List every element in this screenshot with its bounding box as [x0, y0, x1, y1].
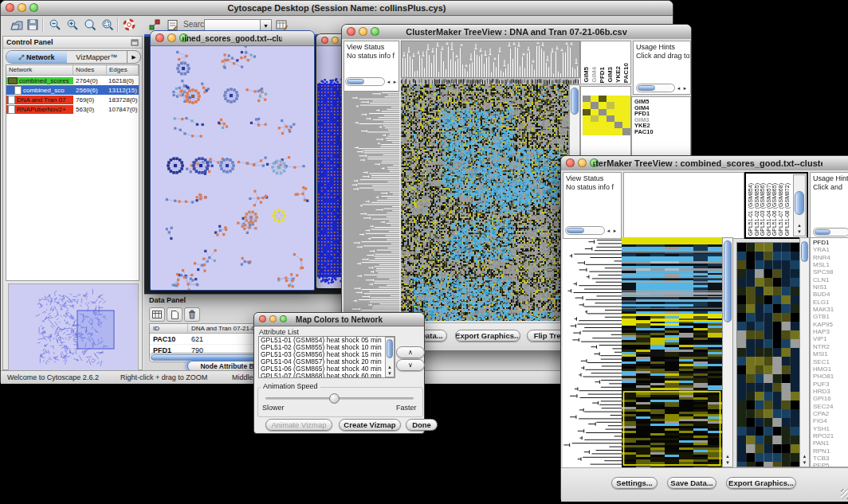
gene-label[interactable]: PUF3	[813, 381, 848, 388]
scroll-right-icon[interactable]: ▸	[682, 84, 688, 92]
float-panel-icon[interactable]	[131, 39, 139, 46]
gene-label[interactable]: RPO21	[813, 432, 848, 440]
move-up-button[interactable]: ∧	[396, 346, 425, 358]
done-button[interactable]: Done	[406, 419, 438, 431]
gene-label[interactable]: RPN1	[813, 447, 848, 455]
scroll-up-icon[interactable]: ▲	[723, 454, 732, 459]
gene-label[interactable]: PHO81	[813, 373, 848, 380]
close-icon[interactable]	[259, 315, 266, 322]
network-view-canvas[interactable]	[151, 46, 313, 290]
window-controls[interactable]	[259, 315, 287, 322]
col-network[interactable]: Network	[6, 65, 73, 75]
minimize-icon[interactable]	[332, 37, 339, 44]
help-button[interactable]	[121, 18, 137, 32]
attribute-list-vscrollbar[interactable]: ▲ ▼	[385, 337, 395, 377]
col-edges[interactable]: Edges	[107, 65, 139, 75]
gene-label[interactable]: SEC24	[813, 403, 848, 410]
scrollbar-thumb[interactable]	[387, 339, 393, 358]
zoom-fit-button[interactable]	[82, 18, 98, 32]
heatmap-vscrollbar[interactable]: ▲ ▼	[722, 237, 733, 467]
delete-attribute-button[interactable]	[184, 307, 200, 322]
gene-label[interactable]: GTB1	[813, 313, 848, 320]
tab-network[interactable]: Network	[6, 51, 67, 63]
gene-label[interactable]: PFD1	[813, 239, 848, 246]
column-dendrogram-canvas[interactable]	[401, 41, 580, 78]
scrollbar-thumb[interactable]	[347, 79, 364, 84]
new-attribute-button[interactable]	[167, 307, 183, 322]
scroll-down-icon[interactable]: ▼	[723, 460, 732, 466]
scroll-up-icon[interactable]: ▲	[794, 223, 805, 229]
col-nodes[interactable]: Nodes	[73, 65, 107, 75]
gene-dendrogram-canvas[interactable]	[563, 239, 622, 467]
gene-label[interactable]: NTR2	[813, 343, 848, 350]
scrollbar-thumb[interactable]	[638, 85, 655, 91]
minimize-icon[interactable]	[167, 33, 176, 42]
network-row[interactable]: combined_scores2764(0)16218(0)	[6, 76, 139, 85]
scroll-left-icon[interactable]: ◂	[606, 226, 611, 235]
scroll-down-icon[interactable]: ▼	[800, 460, 809, 466]
column-labels-vscrollbar[interactable]: ▲ ▼	[793, 174, 806, 236]
scroll-left-icon[interactable]: ◂	[386, 77, 391, 86]
view-status-scrollbar[interactable]: ◂ ▸	[345, 77, 398, 86]
submatrix-grid[interactable]	[583, 96, 630, 135]
search-dropdown-button[interactable]: ▼	[260, 19, 272, 31]
gene-label[interactable]: YSH1	[813, 425, 848, 432]
treeview2-titlebar[interactable]: ClusterMaker TreeView : combined_scores_…	[561, 156, 848, 171]
scrollbar-thumb[interactable]	[801, 241, 808, 262]
gene-label[interactable]: KAP95	[813, 321, 848, 328]
slider-thumb[interactable]	[329, 393, 340, 404]
network-row[interactable]: combined_sco2569(6)13112(15)	[6, 85, 139, 95]
gene-label[interactable]: SPC98	[813, 268, 848, 275]
minimize-icon[interactable]	[578, 158, 587, 167]
open-file-button[interactable]	[9, 18, 25, 32]
scrollbar-thumb[interactable]	[795, 191, 804, 215]
gene-label[interactable]: PEP5	[813, 462, 848, 467]
network-window-titlebar[interactable]: combined_scores_good.txt--cluste...	[151, 31, 314, 46]
scrollbar-thumb[interactable]	[724, 240, 732, 322]
gene-label[interactable]: BUD4	[813, 291, 848, 298]
attribute-item[interactable]: GPL51-07 (GSM868) heat shock 60 min	[259, 373, 395, 378]
column-tree-panel[interactable]	[623, 172, 744, 239]
resize-grip[interactable]	[841, 489, 848, 499]
gene-label[interactable]: RNR4	[813, 254, 848, 261]
save-data-button[interactable]: Save Data...	[667, 477, 716, 489]
gene-label[interactable]: HMG1	[813, 365, 848, 373]
gene-label[interactable]: HAP3	[813, 328, 848, 335]
scroll-right-icon[interactable]: ▸	[612, 226, 618, 235]
zoom-heatmap-canvas[interactable]	[736, 242, 800, 467]
scrollbar-thumb[interactable]	[571, 88, 579, 115]
view-status-scrollbar[interactable]: ◂ ▸	[565, 226, 618, 235]
scroll-up-icon[interactable]: ▲	[800, 454, 809, 459]
network-row[interactable]: DNA and Tran 07769(0)183728(0)	[6, 95, 139, 104]
scroll-up-icon[interactable]: ▲	[386, 365, 394, 370]
gene-label[interactable]: ELG1	[813, 299, 848, 306]
close-icon[interactable]	[6, 3, 14, 12]
scroll-right-icon[interactable]: ▸	[392, 77, 398, 86]
animation-speed-slider[interactable]	[265, 397, 414, 400]
close-icon[interactable]	[321, 37, 328, 44]
gene-label[interactable]: NIS1	[813, 283, 848, 291]
settings-button[interactable]: Settings...	[611, 477, 658, 489]
attribute-list[interactable]: GPL51-01 (GSM854) heat shock 05 minGPL51…	[258, 336, 395, 378]
gene-label[interactable]: PAC10	[634, 129, 690, 135]
minimize-icon[interactable]	[18, 3, 26, 12]
gene-label[interactable]: GPI16	[813, 395, 848, 402]
usage-hints-scrollbar[interactable]: ◂ ▸	[636, 84, 688, 92]
save-button[interactable]	[25, 18, 41, 32]
gene-dendrogram-canvas[interactable]	[344, 92, 399, 321]
scroll-left-icon[interactable]: ◂	[676, 84, 681, 92]
network-overview-thumbnail[interactable]	[8, 283, 139, 371]
gene-label[interactable]: HRD3	[813, 388, 848, 395]
scrollbar-thumb[interactable]	[815, 229, 830, 235]
close-icon[interactable]	[566, 158, 575, 167]
scrollbar-thumb[interactable]	[567, 228, 584, 233]
gene-label[interactable]: MAK31	[813, 306, 848, 313]
tab-vizmapper[interactable]: VizMapper™	[67, 51, 128, 63]
gene-label[interactable]: TCB3	[813, 455, 848, 462]
gene-label[interactable]: FIG4	[813, 417, 848, 424]
global-heatmap-canvas[interactable]	[622, 237, 722, 467]
gene-label[interactable]: CPA2	[813, 410, 848, 417]
export-graphics-button[interactable]: Export Graphics...	[455, 330, 520, 342]
main-titlebar[interactable]: Cytoscape Desktop (Session Name: collins…	[1, 1, 673, 16]
zoom-in-button[interactable]	[65, 18, 80, 32]
